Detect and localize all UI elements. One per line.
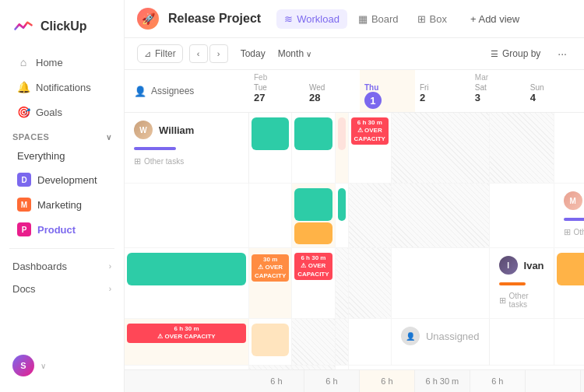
project-icon: 🚀 <box>137 8 159 30</box>
william-avatar: W <box>134 121 153 139</box>
main-content: 🚀 Release Project ≋ Workload ▦ Board ⊞ B… <box>125 0 584 392</box>
today-button[interactable]: Today <box>234 45 272 62</box>
task-block[interactable] <box>557 253 584 285</box>
date-col-1: Feb Tue 27 <box>249 70 304 112</box>
month-feb: Feb <box>254 73 300 82</box>
board-icon: ▦ <box>358 13 368 25</box>
footer-cell-6: 6 h <box>581 370 584 392</box>
tab-box[interactable]: ⊞ Box <box>410 9 455 29</box>
board-label: Board <box>371 13 399 25</box>
user-row-maria: M Maria ⊞ Other tasks <box>554 184 584 248</box>
docs-chevron: › <box>109 285 111 293</box>
next-icon: › <box>217 49 220 58</box>
prev-button[interactable]: ‹ <box>189 44 208 63</box>
logo-text: ClickUp <box>40 19 87 33</box>
task-block[interactable] <box>338 117 346 150</box>
chevron-icon: ∨ <box>106 133 112 142</box>
more-options-button[interactable]: ··· <box>553 44 572 63</box>
capacity-badge-ivan: 6 h 30 m⚠ OVER CAPACITY <box>127 324 246 343</box>
footer-hour-1: 6 h <box>325 376 337 386</box>
maria-avatar: M <box>564 191 582 210</box>
tab-workload[interactable]: ≋ Workload <box>276 9 347 29</box>
period-button[interactable]: Month ∨ <box>278 48 311 59</box>
maria-info: M Maria <box>564 191 584 210</box>
sidebar-item-product[interactable]: P Product <box>5 218 119 241</box>
marketing-dot: M <box>17 198 31 212</box>
ivan-cell-mon <box>349 319 392 366</box>
filter-label: Filter <box>155 48 176 59</box>
date-col-5: Sun 4 <box>526 70 581 112</box>
product-dot: P <box>17 222 31 236</box>
ivan-progress <box>499 282 526 285</box>
sidebar-nav-notifications[interactable]: 🔔 Notifications <box>5 75 119 99</box>
ivan-other-tasks: ⊞ Other tasks <box>499 289 544 312</box>
workload-label: Workload <box>297 13 339 25</box>
sidebar-item-everything[interactable]: Everything <box>5 145 119 166</box>
ivan-name: Ivan <box>524 260 544 271</box>
toolbar: ⊿ Filter ‹ › Today Month ∨ ☰ Group by ··… <box>125 38 584 70</box>
unassigned-avatar: 👤 <box>401 327 420 345</box>
filter-button[interactable]: ⊿ Filter <box>137 44 183 63</box>
add-view-button[interactable]: + Add view <box>464 9 526 29</box>
assignees-column-header: 👤 Assignees <box>125 70 249 112</box>
task-block[interactable] <box>252 324 289 356</box>
footer-hour-0: 6 h <box>270 376 282 386</box>
day-tue: Tue <box>254 83 300 92</box>
william-info: W William <box>134 121 239 139</box>
maria-cell-fri: 6 h 30 m⚠ OVER CAPACITY <box>292 248 335 319</box>
footer-cell-2: 6 h <box>360 370 415 392</box>
amy-cell-sun <box>392 184 490 248</box>
sidebar-item-development[interactable]: D Development <box>5 168 119 191</box>
nav-notifications-label: Notifications <box>36 82 91 93</box>
page-header: 🚀 Release Project ≋ Workload ▦ Board ⊞ B… <box>125 0 584 38</box>
more-icon: ··· <box>558 47 567 60</box>
date-header-row: 👤 Assignees Feb Tue 27 Wed 28 <box>125 70 584 113</box>
sidebar-nav-goals[interactable]: 🎯 Goals <box>5 100 119 124</box>
william-cell-sat <box>392 113 490 184</box>
ivan-info: I Ivan <box>499 256 544 275</box>
footer-label <box>125 370 249 392</box>
user-row-ivan: I Ivan ⊞ Other tasks <box>490 248 554 319</box>
filter-icon: ⊿ <box>144 49 151 59</box>
product-label: Product <box>37 224 76 236</box>
project-title: Release Project <box>168 12 261 26</box>
capacity-badge-maria-small: 30 m⚠ OVER CAPACITY <box>252 254 289 282</box>
tab-board[interactable]: ▦ Board <box>350 9 406 29</box>
prev-icon: ‹ <box>197 49 200 58</box>
maria-progress <box>564 218 584 221</box>
william-cell-mon <box>554 113 584 184</box>
maria-cell-mon <box>392 248 490 319</box>
sidebar-divider <box>9 248 114 249</box>
task-block[interactable] <box>338 188 346 221</box>
home-icon: ⌂ <box>17 56 30 68</box>
william-name: William <box>159 124 194 136</box>
task-block[interactable] <box>127 253 246 285</box>
spaces-label: Spaces <box>12 132 49 142</box>
footer-cell-3: 6 h 30 m <box>415 370 470 392</box>
maria-cell-today: 30 m⚠ OVER CAPACITY <box>249 248 292 319</box>
william-cell-2: 6 h 30 m⚠ OVER CAPACITY <box>349 113 392 184</box>
today-badge: 1 <box>364 92 382 109</box>
sidebar-nav-docs[interactable]: Docs › <box>0 278 124 300</box>
task-block-orange[interactable] <box>294 222 332 244</box>
sidebar-nav-home[interactable]: ⌂ Home <box>5 51 119 74</box>
user-avatar[interactable]: S <box>12 355 34 376</box>
ivan-cell-today: 6 h 30 m⚠ OVER CAPACITY <box>125 319 249 366</box>
footer-hour-4: 6 h <box>491 376 503 386</box>
period-label: Month <box>278 48 304 59</box>
task-block[interactable] <box>294 117 332 150</box>
ivan-cell-fri <box>249 319 292 366</box>
group-by-button[interactable]: ☰ Group by <box>484 45 547 62</box>
next-button[interactable]: › <box>209 44 228 63</box>
date-col-today: Thu 1 <box>360 70 415 112</box>
sidebar-nav-dashboards[interactable]: Dashboards › <box>0 255 124 278</box>
everything-label: Everything <box>17 150 65 162</box>
task-block[interactable] <box>252 117 289 150</box>
william-cell-1 <box>292 113 335 184</box>
sidebar-item-marketing[interactable]: M Marketing <box>5 193 119 216</box>
maria-cell-sat <box>336 248 349 319</box>
user-row-william: W William ⊞ Other tasks <box>125 113 249 184</box>
clickup-logo-icon <box>12 16 34 37</box>
sidebar-footer: S ∨ <box>0 348 124 383</box>
task-block[interactable] <box>294 188 332 221</box>
